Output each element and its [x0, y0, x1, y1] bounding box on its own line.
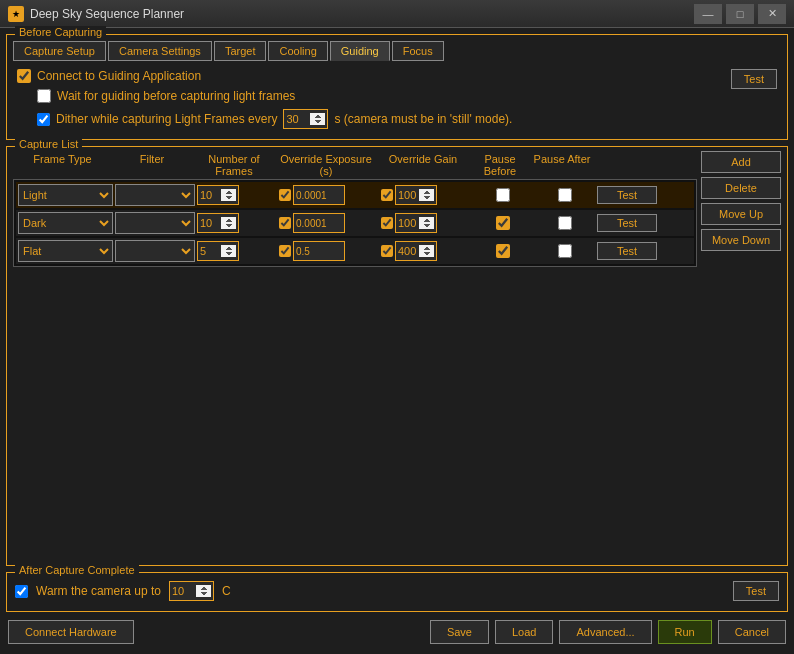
warm-camera-label: Warm the camera up to — [36, 584, 161, 598]
override-exp-val-1[interactable] — [293, 185, 345, 205]
col-frame-type: Frame Type — [15, 153, 110, 177]
pause-after-2[interactable] — [558, 216, 572, 230]
num-frames-input-1[interactable] — [197, 185, 239, 205]
save-button[interactable]: Save — [430, 620, 489, 644]
after-capture-test-button[interactable]: Test — [733, 581, 779, 601]
override-exp-check-2[interactable] — [279, 217, 291, 229]
wait-guiding-label: Wait for guiding before capturing light … — [57, 89, 295, 103]
override-exp-check-1[interactable] — [279, 189, 291, 201]
col-num-frames: Number of Frames — [194, 153, 274, 177]
row-test-button-1[interactable]: Test — [597, 186, 657, 204]
tab-guiding[interactable]: Guiding — [330, 41, 390, 61]
move-up-button[interactable]: Move Up — [701, 203, 781, 225]
pause-after-3[interactable] — [558, 244, 572, 258]
guiding-test-button[interactable]: Test — [731, 69, 777, 89]
bottom-toolbar: Connect Hardware Save Load Advanced... R… — [6, 616, 788, 648]
frame-type-select-3[interactable]: Light Dark Flat Bias — [18, 240, 113, 262]
app-icon: ★ — [8, 6, 24, 22]
run-button[interactable]: Run — [658, 620, 712, 644]
load-button[interactable]: Load — [495, 620, 553, 644]
connect-guiding-checkbox[interactable] — [17, 69, 31, 83]
tab-cooling[interactable]: Cooling — [268, 41, 327, 61]
tab-camera-settings[interactable]: Camera Settings — [108, 41, 212, 61]
dither-value-input[interactable] — [283, 109, 328, 129]
after-capture-section: After Capture Complete Warm the camera u… — [6, 572, 788, 612]
pause-before-3[interactable] — [496, 244, 510, 258]
filter-select-3[interactable] — [115, 240, 195, 262]
frame-type-select-2[interactable]: Light Dark Flat Bias — [18, 212, 113, 234]
connect-hardware-button[interactable]: Connect Hardware — [8, 620, 134, 644]
override-gain-check-3[interactable] — [381, 245, 393, 257]
frame-type-select-1[interactable]: Light Dark Flat Bias — [18, 184, 113, 206]
dither-suffix: s (camera must be in 'still' mode). — [334, 112, 512, 126]
add-button[interactable]: Add — [701, 151, 781, 173]
after-capture-label: After Capture Complete — [15, 564, 139, 576]
app-title: Deep Sky Sequence Planner — [30, 7, 694, 21]
override-gain-val-3[interactable] — [395, 241, 437, 261]
col-pause-after: Pause After — [532, 153, 592, 177]
pause-before-1[interactable] — [496, 188, 510, 202]
table-row: Light Dark Flat Bias — [16, 238, 694, 264]
before-capturing-label: Before Capturing — [15, 26, 106, 38]
row-test-button-3[interactable]: Test — [597, 242, 657, 260]
pause-before-2[interactable] — [496, 216, 510, 230]
close-button[interactable]: ✕ — [758, 4, 786, 24]
move-down-button[interactable]: Move Down — [701, 229, 781, 251]
wait-guiding-checkbox[interactable] — [37, 89, 51, 103]
delete-button[interactable]: Delete — [701, 177, 781, 199]
filter-select-1[interactable] — [115, 184, 195, 206]
tab-focus[interactable]: Focus — [392, 41, 444, 61]
table-row: Light Dark Flat Bias — [16, 210, 694, 236]
tab-capture-setup[interactable]: Capture Setup — [13, 41, 106, 61]
col-override-gain: Override Gain — [378, 153, 468, 177]
dither-label: Dither while capturing Light Frames ever… — [56, 112, 277, 126]
capture-list-label: Capture List — [15, 138, 82, 150]
maximize-button[interactable]: □ — [726, 4, 754, 24]
title-bar: ★ Deep Sky Sequence Planner — □ ✕ — [0, 0, 794, 28]
minimize-button[interactable]: — — [694, 4, 722, 24]
override-gain-val-2[interactable] — [395, 213, 437, 233]
col-action — [594, 153, 664, 177]
warm-camera-checkbox[interactable] — [15, 585, 28, 598]
advanced-button[interactable]: Advanced... — [559, 620, 651, 644]
override-gain-val-1[interactable] — [395, 185, 437, 205]
pause-after-1[interactable] — [558, 188, 572, 202]
tab-target[interactable]: Target — [214, 41, 267, 61]
warm-value-input[interactable] — [169, 581, 214, 601]
override-exp-val-2[interactable] — [293, 213, 345, 233]
num-frames-input-2[interactable] — [197, 213, 239, 233]
col-override-exposure: Override Exposure (s) — [276, 153, 376, 177]
filter-select-2[interactable] — [115, 212, 195, 234]
col-filter: Filter — [112, 153, 192, 177]
override-exp-val-3[interactable] — [293, 241, 345, 261]
capture-list-section: Capture List Frame Type Filter Number of… — [6, 146, 788, 566]
before-capturing-section: Before Capturing Capture Setup Camera Se… — [6, 34, 788, 140]
override-gain-check-2[interactable] — [381, 217, 393, 229]
warm-unit-label: C — [222, 584, 231, 598]
override-gain-check-1[interactable] — [381, 189, 393, 201]
dither-checkbox[interactable] — [37, 113, 50, 126]
num-frames-input-3[interactable] — [197, 241, 239, 261]
connect-guiding-label: Connect to Guiding Application — [37, 69, 201, 83]
override-exp-check-3[interactable] — [279, 245, 291, 257]
cancel-button[interactable]: Cancel — [718, 620, 786, 644]
col-pause-before: Pause Before — [470, 153, 530, 177]
table-row: Light Dark Flat Bias — [16, 182, 694, 208]
row-test-button-2[interactable]: Test — [597, 214, 657, 232]
